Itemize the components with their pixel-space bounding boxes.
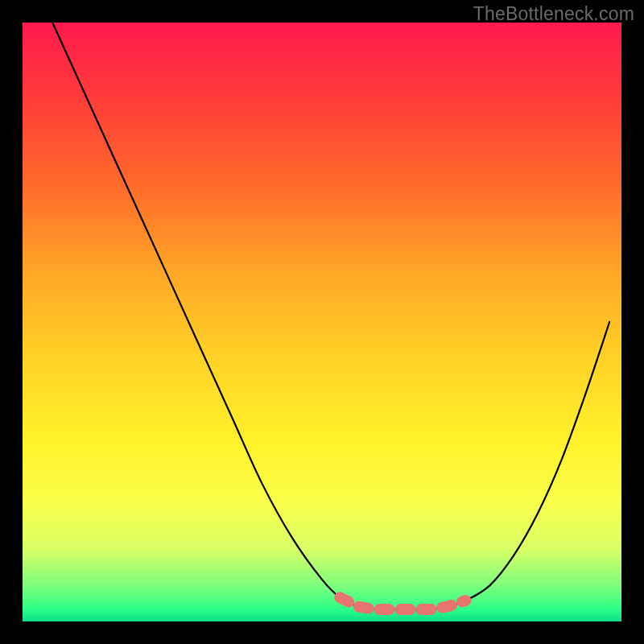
highlight-band-path xyxy=(340,597,465,609)
plot-area xyxy=(23,23,621,621)
bottleneck-curve-path xyxy=(52,23,609,609)
watermark-text: TheBottleneck.com xyxy=(473,3,634,25)
curve-layer xyxy=(23,23,621,621)
chart-stage: TheBottleneck.com xyxy=(0,0,644,644)
